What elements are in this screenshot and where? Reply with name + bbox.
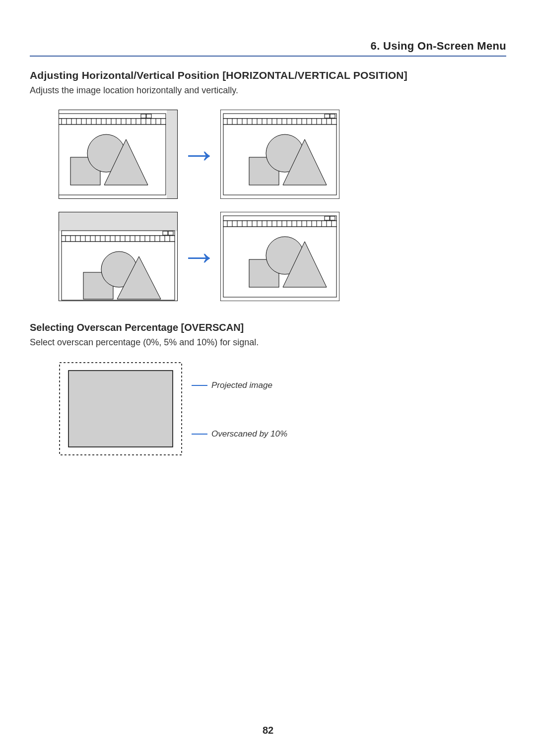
section1-title: Adjusting Horizontal/Vertical Position [… — [30, 69, 506, 81]
svg-rect-68 — [62, 236, 175, 242]
label-projected-text: Projected image — [211, 380, 272, 390]
section2-body: Select overscan percentage (0%, 5% and 1… — [30, 337, 506, 348]
page-number: 82 — [0, 725, 536, 736]
section2-title: Selecting Overscan Percentage [OVERSCAN] — [30, 322, 506, 333]
svg-rect-36 — [223, 119, 336, 125]
callout-line-icon — [192, 385, 207, 386]
label-overscan: Overscaned by 10% — [192, 429, 287, 439]
panel-vertical-before — [59, 212, 178, 301]
figure-row-horizontal: → — [59, 110, 506, 199]
callout-line-icon — [192, 434, 207, 435]
svg-rect-67 — [168, 231, 173, 235]
arrow-icon: → — [181, 238, 217, 275]
page-header: 6. Using On-Screen Menu — [30, 40, 506, 57]
panel-vertical-after — [220, 212, 339, 301]
svg-rect-100 — [223, 221, 336, 227]
panel-horizontal-before — [59, 110, 178, 199]
position-figures: → — [59, 110, 506, 301]
svg-rect-128 — [68, 371, 173, 447]
section1-body: Adjusts the image location horizontally … — [30, 85, 506, 96]
svg-rect-33 — [223, 114, 336, 119]
svg-rect-65 — [62, 231, 175, 236]
overscan-diagram — [59, 362, 183, 456]
svg-rect-30 — [167, 110, 177, 198]
svg-rect-3 — [146, 114, 151, 118]
svg-rect-97 — [223, 216, 336, 221]
arrow-icon: → — [181, 136, 217, 173]
label-overscan-text: Overscaned by 10% — [211, 429, 287, 439]
svg-rect-64 — [59, 212, 177, 231]
svg-rect-35 — [330, 114, 335, 118]
svg-rect-2 — [141, 114, 146, 118]
svg-rect-98 — [325, 216, 330, 220]
label-projected: Projected image — [192, 380, 272, 390]
overscan-figure: Projected image Overscaned by 10% — [59, 362, 506, 456]
svg-rect-4 — [59, 119, 166, 125]
svg-rect-99 — [330, 216, 335, 220]
panel-horizontal-after — [220, 110, 339, 199]
svg-rect-34 — [325, 114, 330, 118]
figure-row-vertical: → — [59, 212, 506, 301]
svg-rect-66 — [163, 231, 168, 235]
